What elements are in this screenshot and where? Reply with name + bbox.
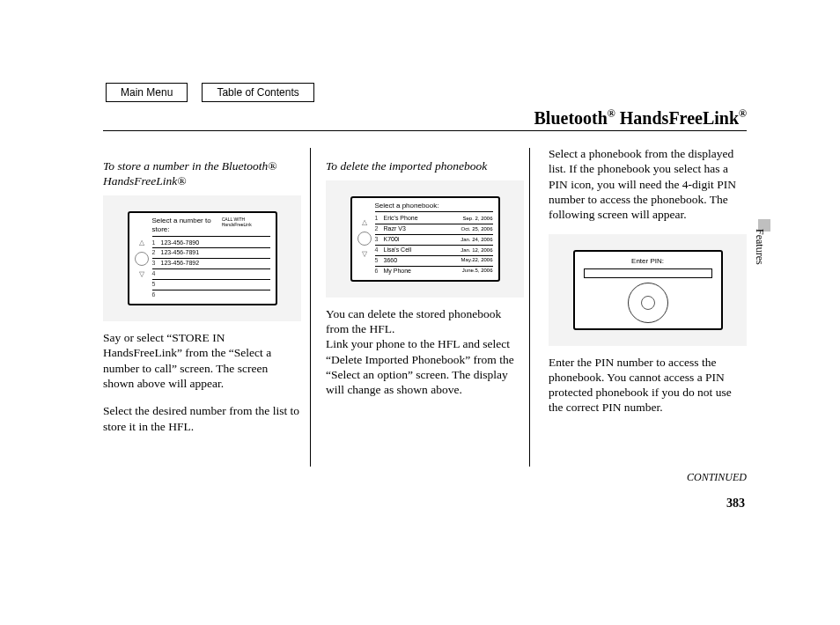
figure-delete-phonebook: △ ▽ Select a phonebook: 1Eric's PhoneSep…	[326, 180, 524, 298]
col3-paragraph-2: Enter the PIN number to access the phone…	[549, 355, 747, 415]
col2-paragraph-2: Link your phone to the HFL and select “D…	[326, 336, 524, 397]
list-item: 2123-456-7891	[152, 248, 270, 259]
main-menu-button[interactable]: Main Menu	[106, 83, 188, 102]
nav-buttons: Main Menu Table of Contents	[106, 83, 314, 102]
registered-icon: ®	[739, 107, 747, 120]
down-icon: ▽	[362, 251, 367, 258]
screen-header: Select a phonebook:	[375, 202, 493, 212]
col3-paragraph-1: Select a phonebook from the displayed li…	[549, 146, 747, 222]
list-item: 4Lisa's CellJan. 12, 2006	[375, 246, 493, 256]
title-rule	[103, 130, 747, 131]
continued-label: CONTINUED	[687, 471, 747, 484]
pin-title: Enter PIN:	[580, 257, 716, 266]
col1-paragraph-2: Select the desired number from the list …	[103, 403, 301, 434]
up-icon: △	[139, 239, 144, 246]
manual-page: Main Menu Table of Contents Bluetooth® H…	[0, 0, 840, 625]
column-2: To delete the imported phonebook △ ▽ Sel…	[326, 146, 524, 446]
page-number: 383	[726, 496, 745, 511]
list-item: 3123-456-7892	[152, 259, 270, 269]
screen-tag: CALL WITH HandsFreeLink	[222, 217, 270, 234]
list-item: 1Eric's PhoneSep. 2, 2006	[375, 214, 493, 224]
pin-number-dial	[628, 283, 668, 323]
toc-button[interactable]: Table of Contents	[202, 83, 313, 102]
list-item: 53660May.22, 2006	[375, 256, 493, 267]
screen-enter-pin: Enter PIN:	[573, 250, 723, 329]
col1-paragraph-1: Say or select “STORE IN HandsFreeLink” f…	[103, 330, 301, 391]
registered-icon: ®	[608, 107, 615, 120]
list-item: 1123-456-7890	[152, 239, 270, 249]
screen-store-number: △ ▽ Select a number to store: CALL WITH …	[128, 211, 277, 305]
list-item: 6	[152, 290, 270, 300]
list-item: 4	[152, 269, 270, 280]
screen-header: Select a number to store: CALL WITH Hand…	[152, 217, 270, 236]
title-word-1: Bluetooth	[534, 108, 608, 128]
list-item: 6My PhoneJune.5, 2006	[375, 267, 493, 276]
pin-input-box	[584, 268, 712, 278]
column-1: To store a number in the Bluetooth® Hand…	[103, 146, 301, 446]
up-icon: △	[362, 219, 367, 226]
screen-list: 1123-456-7890 2123-456-7891 3123-456-789…	[152, 239, 270, 301]
page-title: Bluetooth® HandsFreeLink®	[534, 107, 748, 129]
dial-icon	[357, 232, 372, 246]
screen-list: 1Eric's PhoneSep. 2, 2006 2Razr V3Oct. 2…	[375, 214, 493, 276]
list-item: 5	[152, 280, 270, 290]
down-icon: ▽	[139, 271, 144, 278]
col2-paragraph-1: You can delete the stored phonebook from…	[326, 306, 524, 337]
screen-title: Select a phonebook:	[375, 202, 439, 210]
screen-side-controls: △ ▽	[357, 202, 372, 276]
section-tab: Features	[753, 229, 766, 265]
figure-store-number: △ ▽ Select a number to store: CALL WITH …	[103, 195, 301, 321]
list-item: 2Razr V3Oct. 25, 2006	[375, 224, 493, 235]
list-item: 3K700iJan. 24, 2006	[375, 235, 493, 246]
screen-select-phonebook: △ ▽ Select a phonebook: 1Eric's PhoneSep…	[350, 196, 500, 282]
col1-heading: To store a number in the Bluetooth® Hand…	[103, 158, 301, 189]
content-columns: To store a number in the Bluetooth® Hand…	[103, 146, 747, 446]
title-word-2: HandsFreeLink	[615, 108, 739, 128]
screen-side-controls: △ ▽	[135, 217, 149, 300]
dial-icon	[135, 252, 149, 266]
figure-enter-pin: Enter PIN:	[549, 234, 747, 345]
column-3: Select a phonebook from the displayed li…	[549, 146, 747, 446]
col2-heading: To delete the imported phonebook	[326, 158, 524, 173]
screen-title: Select a number to store:	[152, 217, 222, 234]
dial-center-icon	[641, 296, 655, 310]
